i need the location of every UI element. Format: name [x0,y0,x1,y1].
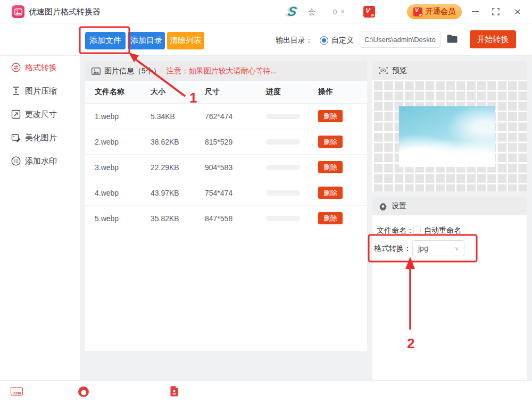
preview-header: 预览 [372,61,527,80]
member-count: 0 [333,8,337,16]
preview-eye-icon [379,66,388,74]
maximize-icon [492,8,500,15]
minimize-button[interactable] [466,0,484,23]
progress-bar [266,216,300,221]
website-icon: .com [11,387,23,395]
file-name: 3.webp [95,163,151,172]
auto-rename-label: 自动重命名 [424,226,461,235]
main-content: 图片信息（5个） 注意：如果图片较大请耐心等待... 文件名称 大小 尺寸 进度… [80,56,532,380]
close-icon: × [514,5,521,18]
file-size: 35.82KB [151,214,205,223]
sidebar-item-label: 格式转换 [25,63,57,73]
minimize-icon [472,11,479,12]
sidebar-item-label: 添加水印 [25,156,57,166]
col-size: 大小 [151,87,205,97]
file-name: 1.webp [95,112,151,121]
maximize-button[interactable] [487,0,505,23]
table-row: 2.webp 38.62KB 815*529 删除 [85,129,367,155]
file-size: 43.97KB [151,189,205,197]
table-row: 3.webp 22.29KB 904*583 删除 [85,155,367,180]
start-convert-button[interactable]: 开始转换 [470,30,516,48]
open-vip-label: 开通会员 [426,7,455,16]
preview-panel: 预览 [372,61,527,197]
sidebar-item-resize[interactable]: 更改尺寸 [0,103,80,126]
toolbar: 添加文件 添加目录 清除列表 输出目录： 自定义 开始转换 [0,23,532,56]
sidebar-item-label: 美化图片 [25,133,57,143]
table-row: 4.webp 43.97KB 754*474 删除 [85,180,367,206]
sidebar-item-beautify[interactable]: 美化图片 [0,126,80,149]
open-vip-button[interactable]: V IP 开通会员 [407,4,462,19]
custom-radio[interactable] [320,36,328,45]
add-directory-button[interactable]: 添加目录 [128,32,165,49]
vip-badge-icon: V IP [363,6,375,18]
svg-text:印: 印 [14,158,19,164]
add-files-button[interactable]: 添加文件 [85,32,126,49]
transparency-grid [372,80,527,191]
file-name: 2.webp [95,138,151,146]
beautify-icon [11,133,21,142]
browse-folder-button[interactable] [446,33,459,46]
compress-icon [11,86,21,96]
file-dims: 847*558 [205,214,266,223]
custom-radio-label: 自定义 [331,36,354,45]
preview-title: 预览 [392,66,407,75]
file-size: 22.29KB [151,163,205,172]
output-path-input[interactable] [360,31,440,48]
file-name: 4.webp [95,189,151,197]
watermark-icon: 印 [11,156,21,166]
auto-rename-checkbox[interactable] [413,226,421,234]
settings-header: 设置 [372,197,527,215]
file-naming-label: 文件命名： [377,226,414,235]
sidebar-item-compress[interactable]: 图片压缩 [0,79,80,103]
brand-s-logo: S [286,4,298,19]
resize-icon [11,110,21,119]
delete-button[interactable]: 删除 [318,212,343,224]
convert-icon [11,63,21,72]
file-panel-title: 图片信息（5个） [104,66,161,76]
col-dims: 尺寸 [205,87,266,97]
delete-button[interactable]: 删除 [318,110,343,122]
chevron-down-icon: ∨ [455,246,459,251]
file-size: 38.62KB [151,138,205,146]
sidebar-item-format-convert[interactable]: 格式转换 [0,56,80,79]
feedback-icon [170,386,179,397]
app-title: 优速图片格式转换器 [29,7,101,17]
table-row: 5.webp 35.82KB 847*558 删除 [85,206,367,231]
format-convert-label: 格式转换： [374,244,411,254]
sidebar-item-label: 更改尺寸 [25,110,57,120]
col-filename: 文件名称 [95,87,151,97]
close-button[interactable]: × [509,0,527,23]
sidebar: 格式转换 图片压缩 更改尺寸 美化图片 印 添加水印 [0,56,80,380]
file-size: 5.34KB [151,112,205,121]
file-name: 5.webp [95,214,151,223]
titlebar: 优速图片格式转换器 S 会 0 ∨ V IP V IP 开通会员 × [0,0,532,23]
progress-bar [266,165,300,170]
sidebar-item-label: 图片压缩 [25,86,57,96]
app-logo-icon [12,5,24,18]
file-dims: 762*474 [205,112,266,121]
sidebar-item-watermark[interactable]: 印 添加水印 [0,149,80,173]
file-dims: 904*583 [205,163,266,172]
vip-mini-icon: V IP [413,7,422,16]
col-action: 操作 [318,87,367,97]
settings-title: 设置 [392,201,406,211]
gear-icon [379,202,387,211]
chevron-down-icon[interactable]: ∨ [340,8,345,15]
file-dims: 754*474 [205,189,266,197]
delete-button[interactable]: 删除 [318,187,343,199]
clear-list-button[interactable]: 清除列表 [167,32,204,49]
table-row: 1.webp 5.34KB 762*474 删除 [85,104,367,129]
folder-icon [446,34,458,44]
progress-bar [266,114,300,119]
delete-button[interactable]: 删除 [318,136,343,148]
file-dims: 815*529 [205,138,266,146]
col-progress: 进度 [266,87,318,97]
table-header: 文件名称 大小 尺寸 进度 操作 [85,81,367,104]
file-list-panel: 图片信息（5个） 注意：如果图片较大请耐心等待... 文件名称 大小 尺寸 进度… [85,61,367,351]
preview-image [399,106,495,167]
progress-bar [266,139,300,145]
settings-body: 文件命名： 自动重命名 格式转换： jpg ∨ [372,215,527,380]
delete-button[interactable]: 删除 [318,161,343,173]
customer-service-icon [78,386,89,398]
format-select[interactable]: jpg ∨ [412,240,464,256]
